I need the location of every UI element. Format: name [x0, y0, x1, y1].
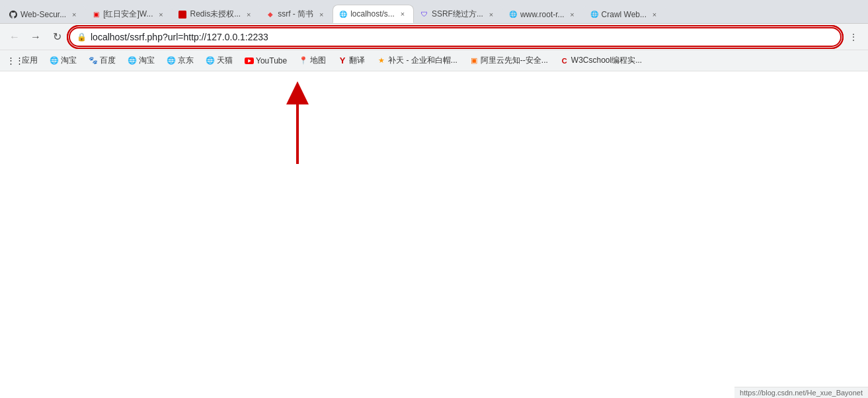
localhost-favicon-icon: 🌐	[338, 9, 348, 19]
bookmark-tianmao-label: 天猫	[217, 55, 233, 66]
github-favicon-icon	[9, 10, 18, 19]
redis-favicon-icon	[178, 10, 187, 19]
apps-icon: ⋮⋮	[11, 56, 20, 65]
tab-github-close[interactable]: ×	[69, 9, 79, 20]
bookmark-taobao2-label: 淘宝	[139, 55, 155, 66]
status-bar: https://blog.csdn.net/He_xue_Bayonet	[734, 387, 868, 398]
address-bar[interactable]: 🔒 localhost/ssrf.php?url=http://127.0.0.…	[69, 27, 842, 47]
jd-icon: 🌐	[167, 56, 176, 65]
tab-hongjian-label: [红日安全]W...	[103, 9, 153, 20]
bookmark-baidu[interactable]: 🐾 百度	[83, 53, 121, 68]
bookmark-jd-label: 京东	[178, 55, 194, 66]
tab-jianshu-label: ssrf - 简书	[278, 9, 313, 20]
hongjian-favicon-icon: ▣	[91, 10, 100, 19]
tab-root[interactable]: 🌐 www.root-r... ×	[502, 5, 584, 23]
tab-root-close[interactable]: ×	[567, 9, 578, 20]
bookmark-w3c-label: W3Cschool编程实...	[571, 55, 642, 66]
address-url: localhost/ssrf.php?url=http://127.0.0.1:…	[91, 32, 834, 42]
tab-redis[interactable]: Redis未授权... ×	[172, 5, 260, 23]
aliyun-icon: ▣	[469, 56, 479, 65]
tab-localhost-close[interactable]: ×	[397, 9, 408, 19]
bookmarks-bar: ⋮⋮ 应用 🌐 淘宝 🐾 百度 🌐 淘宝 🌐 京东 🌐 天猫 YouTube 📍…	[0, 50, 868, 71]
bookmark-aliyun[interactable]: ▣ 阿里云先知--安全...	[464, 53, 553, 68]
forward-button[interactable]: →	[26, 28, 45, 46]
bookmark-jd[interactable]: 🌐 京东	[161, 53, 199, 68]
toolbar: ← → ↻ 🔒 localhost/ssrf.php?url=http://12…	[0, 24, 868, 50]
tab-ssrf-close[interactable]: ×	[486, 9, 496, 20]
tab-hongjian[interactable]: ▣ [红日安全]W... ×	[85, 5, 172, 23]
tab-redis-label: Redis未授权...	[190, 9, 241, 20]
bookmark-apps-label: 应用	[22, 55, 38, 66]
bookmark-maps-label: 地图	[310, 55, 326, 66]
tab-ssrf-label: SSRF绕过方...	[432, 9, 483, 20]
bookmark-maps[interactable]: 📍 地图	[294, 53, 331, 68]
translate-icon: Y	[338, 56, 347, 65]
bookmark-translate[interactable]: Y 翻译	[333, 53, 370, 68]
youtube-icon	[245, 56, 254, 65]
bookmark-apps[interactable]: ⋮⋮ 应用	[5, 53, 43, 68]
tab-crawl-close[interactable]: ×	[649, 9, 660, 20]
jianshu-favicon-icon: ◆	[266, 10, 275, 19]
bookmark-youtube[interactable]: YouTube	[239, 54, 292, 67]
address-security-icon: 🔒	[77, 32, 87, 42]
back-button[interactable]: ←	[5, 28, 24, 46]
main-content	[0, 71, 868, 385]
crawl-favicon-icon: 🌐	[590, 10, 599, 19]
bookmark-baidu-label: 百度	[100, 55, 116, 66]
butian-icon: ★	[377, 56, 386, 65]
taobao1-icon: 🌐	[50, 56, 59, 65]
bookmark-taobao2[interactable]: 🌐 淘宝	[122, 53, 160, 68]
tab-localhost[interactable]: 🌐 localhost/s... ×	[333, 5, 414, 23]
tab-root-label: www.root-r...	[520, 10, 565, 19]
tab-bar: Web-Secur... × ▣ [红日安全]W... × Redis未授权..…	[0, 0, 868, 24]
bookmark-butian[interactable]: ★ 补天 - 企业和白帽...	[372, 53, 463, 68]
extensions-button[interactable]: ⋮	[844, 28, 863, 46]
w3c-icon: C	[560, 56, 569, 65]
bookmark-youtube-label: YouTube	[256, 56, 287, 65]
tab-hongjian-close[interactable]: ×	[155, 9, 166, 20]
bookmark-translate-label: 翻译	[349, 55, 365, 66]
arrow-annotation	[274, 78, 321, 171]
tab-localhost-label: localhost/s...	[350, 9, 395, 19]
tab-github-label: Web-Secur...	[20, 10, 66, 19]
status-url: https://blog.csdn.net/He_xue_Bayonet	[740, 389, 863, 397]
maps-icon: 📍	[299, 56, 308, 65]
tab-redis-close[interactable]: ×	[243, 9, 254, 20]
tab-ssrf[interactable]: 🛡 SSRF绕过方... ×	[414, 5, 502, 23]
bookmark-aliyun-label: 阿里云先知--安全...	[481, 55, 548, 66]
bookmark-w3c[interactable]: C W3Cschool编程实...	[555, 53, 647, 68]
tab-jianshu[interactable]: ◆ ssrf - 简书 ×	[260, 5, 333, 23]
svg-rect-0	[178, 11, 186, 19]
tab-crawl-label: Crawl Web...	[602, 10, 647, 19]
root-favicon-icon: 🌐	[508, 10, 518, 19]
reload-button[interactable]: ↻	[48, 28, 66, 46]
address-bar-wrapper: 🔒 localhost/ssrf.php?url=http://127.0.0.…	[69, 27, 842, 47]
ssrf-favicon-icon: 🛡	[420, 10, 429, 19]
taobao2-icon: 🌐	[128, 56, 137, 65]
tab-crawl[interactable]: 🌐 Crawl Web... ×	[584, 5, 666, 23]
bookmark-tianmao[interactable]: 🌐 天猫	[200, 53, 238, 68]
tianmao-icon: 🌐	[206, 56, 215, 65]
bookmark-butian-label: 补天 - 企业和白帽...	[388, 55, 457, 66]
tab-github[interactable]: Web-Secur... ×	[3, 5, 85, 23]
bookmark-taobao1-label: 淘宝	[61, 55, 77, 66]
baidu-icon: 🐾	[89, 56, 98, 65]
svg-marker-4	[286, 81, 309, 104]
bookmark-taobao1[interactable]: 🌐 淘宝	[44, 53, 82, 68]
tab-jianshu-close[interactable]: ×	[316, 9, 327, 20]
